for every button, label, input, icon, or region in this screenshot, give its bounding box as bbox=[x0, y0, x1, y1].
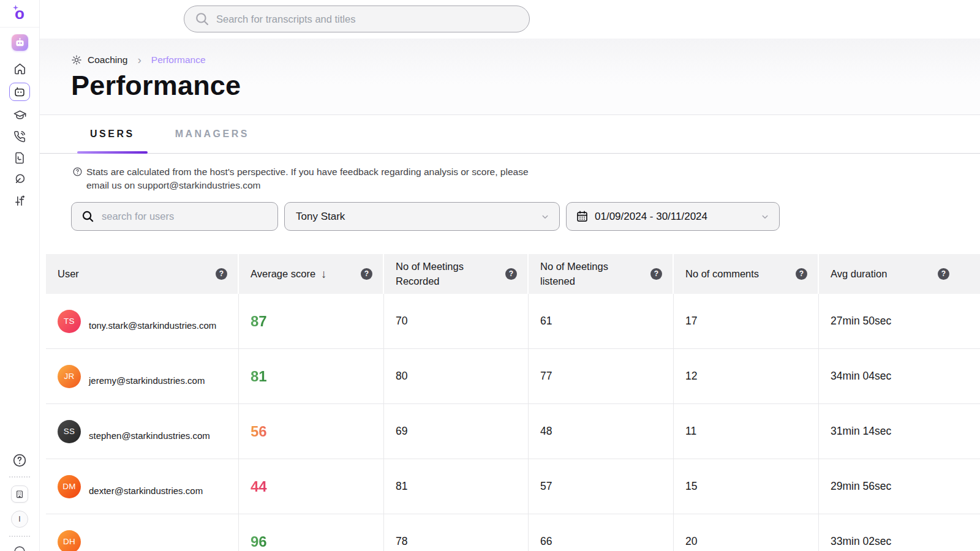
sidebar-item-calls[interactable] bbox=[10, 129, 29, 144]
phone-call-icon bbox=[13, 130, 26, 143]
filters: Tony Stark 01/09/2024 - 30/11/2024 bbox=[71, 202, 980, 231]
sidebar-item-preferences[interactable] bbox=[10, 193, 29, 208]
partial-icon[interactable] bbox=[13, 545, 26, 551]
chevron-right-icon: › bbox=[138, 54, 141, 66]
help-badge-icon[interactable]: ? bbox=[650, 268, 662, 280]
column-avg-duration: Avg duration ? bbox=[819, 254, 980, 294]
user-cell: JR jeremy@starkindustries.com bbox=[46, 349, 239, 403]
stats-note: Stats are calculated from the host's per… bbox=[72, 165, 541, 192]
user-cell: SS stephen@starkindustries.com bbox=[46, 404, 239, 459]
help-badge-icon[interactable]: ? bbox=[938, 268, 949, 280]
sort-descending-icon[interactable]: ↓ bbox=[321, 266, 327, 283]
search-icon bbox=[194, 11, 210, 27]
sidebar-bottom: I bbox=[0, 452, 39, 551]
sidebar-item-call-notes[interactable] bbox=[10, 151, 29, 165]
table-row[interactable]: TS tony.stark@starkindustries.com 87 70 … bbox=[46, 294, 980, 349]
comments-cell: 15 bbox=[674, 459, 819, 514]
coaching-robot-icon bbox=[13, 85, 26, 99]
user-search-input[interactable] bbox=[102, 211, 269, 222]
column-label: No of Meetings Recorded bbox=[396, 260, 488, 289]
comments-cell: 17 bbox=[674, 294, 819, 348]
duration-cell: 34min 04sec bbox=[819, 349, 980, 403]
user-cell: DH bbox=[46, 514, 239, 551]
search-icon bbox=[81, 209, 95, 223]
gauge-icon bbox=[13, 173, 26, 186]
graduation-cap-icon bbox=[13, 108, 27, 122]
tab-users[interactable]: USERS bbox=[77, 115, 148, 153]
avatar: DM bbox=[58, 475, 81, 498]
user-email: dexter@starkindustries.com bbox=[89, 485, 203, 496]
listened-cell: 66 bbox=[529, 514, 674, 551]
column-average-score: Average score ↓ ? bbox=[239, 254, 384, 294]
date-range-select[interactable]: 01/09/2024 - 30/11/2024 bbox=[566, 202, 780, 231]
listened-cell: 48 bbox=[529, 404, 674, 459]
column-label: No of Meetings listened bbox=[540, 260, 632, 289]
date-range-value: 01/09/2024 - 30/11/2024 bbox=[595, 211, 760, 223]
table-row[interactable]: JR jeremy@starkindustries.com 81 80 77 1… bbox=[46, 349, 980, 404]
duration-cell: 29min 56sec bbox=[819, 459, 980, 514]
user-search[interactable] bbox=[71, 202, 278, 231]
score-cell: 81 bbox=[239, 349, 384, 403]
assistant-app-icon[interactable] bbox=[12, 34, 28, 51]
comments-cell: 20 bbox=[674, 514, 819, 551]
duration-cell: 31min 14sec bbox=[819, 404, 980, 459]
recorded-cell: 81 bbox=[384, 459, 529, 514]
average-score: 44 bbox=[251, 478, 267, 495]
member-select-value: Tony Stark bbox=[296, 211, 345, 223]
score-cell: 56 bbox=[239, 404, 384, 459]
column-user: User ? bbox=[46, 254, 239, 294]
score-cell: 87 bbox=[239, 294, 384, 348]
chevron-down-icon bbox=[540, 211, 551, 222]
column-meetings-listened: No of Meetings listened ? bbox=[529, 254, 674, 294]
info-icon bbox=[72, 167, 83, 192]
column-comments: No of comments ? bbox=[674, 254, 819, 294]
help-badge-icon[interactable]: ? bbox=[796, 268, 807, 280]
table-row[interactable]: DM dexter@starkindustries.com 44 81 57 1… bbox=[46, 459, 980, 514]
help-icon[interactable] bbox=[12, 452, 28, 468]
profile-initial: I bbox=[18, 515, 20, 523]
page-title: Performance bbox=[71, 70, 980, 102]
table-header: User ? Average score ↓ ? No of Meetings … bbox=[46, 254, 980, 294]
call-document-icon bbox=[13, 151, 26, 165]
home-icon bbox=[13, 62, 27, 76]
tab-managers[interactable]: MANAGERS bbox=[162, 115, 262, 153]
breadcrumb-coaching[interactable]: Coaching bbox=[88, 54, 128, 66]
sidebar-nav bbox=[9, 61, 30, 208]
user-cell: DM dexter@starkindustries.com bbox=[46, 459, 239, 514]
breadcrumb-performance[interactable]: Performance bbox=[151, 54, 206, 66]
global-search[interactable] bbox=[184, 6, 530, 32]
sidebar-item-home[interactable] bbox=[10, 61, 29, 76]
sidebar-divider bbox=[9, 536, 30, 537]
user-email: tony.stark@starkindustries.com bbox=[89, 320, 216, 331]
user-email: stephen@starkindustries.com bbox=[89, 430, 210, 441]
sidebar: o bbox=[0, 0, 40, 551]
sidebar-item-coaching[interactable] bbox=[9, 83, 30, 101]
average-score: 81 bbox=[251, 368, 267, 385]
help-badge-icon[interactable]: ? bbox=[361, 268, 372, 280]
listened-cell: 61 bbox=[529, 294, 674, 348]
performance-table: User ? Average score ↓ ? No of Meetings … bbox=[46, 254, 980, 551]
help-badge-icon[interactable]: ? bbox=[505, 268, 517, 280]
average-score: 96 bbox=[251, 533, 267, 550]
profile-initial-button[interactable]: I bbox=[11, 511, 28, 528]
table-row[interactable]: DH 96 78 66 20 33min 02sec bbox=[46, 514, 980, 551]
organization-icon[interactable] bbox=[11, 485, 28, 503]
sidebar-item-learning[interactable] bbox=[10, 108, 29, 122]
topbar bbox=[40, 0, 980, 39]
sparkle-icon bbox=[13, 5, 18, 10]
listened-cell: 77 bbox=[529, 349, 674, 403]
global-search-input[interactable] bbox=[216, 13, 519, 25]
brand-logo[interactable]: o bbox=[0, 0, 39, 28]
average-score: 87 bbox=[251, 313, 267, 330]
listened-cell: 57 bbox=[529, 459, 674, 514]
stats-note-text: Stats are calculated from the host's per… bbox=[86, 165, 541, 192]
help-badge-icon[interactable]: ? bbox=[216, 268, 227, 280]
avatar: SS bbox=[58, 420, 81, 443]
table-row[interactable]: SS stephen@starkindustries.com 56 69 48 … bbox=[46, 404, 980, 459]
column-meetings-recorded: No of Meetings Recorded ? bbox=[384, 254, 529, 294]
column-label: Average score bbox=[251, 267, 315, 282]
column-label: User bbox=[58, 267, 79, 282]
sidebar-item-insights[interactable] bbox=[10, 172, 29, 187]
member-select[interactable]: Tony Stark bbox=[284, 202, 560, 231]
breadcrumb: Coaching › Performance bbox=[71, 54, 980, 66]
